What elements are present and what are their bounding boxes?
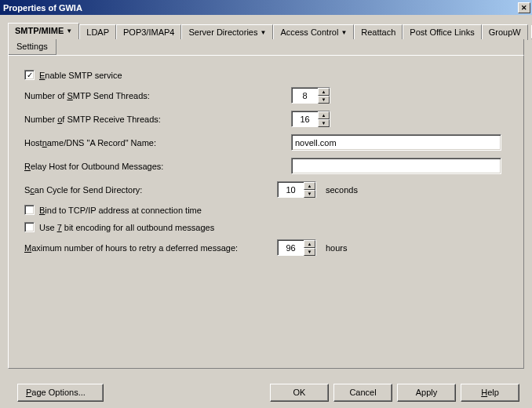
relay-host-input[interactable] xyxy=(291,158,501,174)
bind-tcpip-checkbox[interactable] xyxy=(24,205,35,215)
spin-up-icon[interactable]: ▲ xyxy=(318,111,330,119)
settings-panel: ✓ Enable SMTP service Number of SMTP Sen… xyxy=(8,55,524,369)
subtab-row: Settings xyxy=(8,39,524,55)
spin-down-icon[interactable]: ▼ xyxy=(318,96,330,104)
scan-cycle-spinner[interactable]: ▲▼ xyxy=(277,181,316,198)
enable-smtp-checkbox[interactable]: ✓ xyxy=(24,70,35,80)
seven-bit-label: Use 7 bit encoding for all outbound mess… xyxy=(39,223,214,232)
subtab-settings[interactable]: Settings xyxy=(9,39,56,55)
send-threads-spinner[interactable]: ▲▼ xyxy=(291,87,330,104)
titlebar: Properties of GWIA ✕ xyxy=(0,0,532,15)
apply-button[interactable]: Apply xyxy=(397,384,456,402)
hostname-label: Hostname/DNS "A Record" Name: xyxy=(24,138,291,148)
cancel-button[interactable]: Cancel xyxy=(333,384,392,402)
relay-host-label: Relay Host for Outbound Messages: xyxy=(24,162,291,171)
tab-label: SMTP/MIME xyxy=(15,26,64,35)
scan-cycle-input[interactable] xyxy=(277,181,304,198)
spin-up-icon[interactable]: ▲ xyxy=(318,88,330,96)
enable-smtp-label: Enable SMTP service xyxy=(39,71,122,80)
send-threads-label: Number of SMTP Send Threads: xyxy=(24,91,291,100)
tab-server-directories[interactable]: Server Directories ▼ xyxy=(181,24,273,40)
row-enable-smtp: ✓ Enable SMTP service xyxy=(24,70,508,80)
tab-groupwise[interactable]: GroupW xyxy=(482,24,528,40)
tab-strip: SMTP/MIME ▼ LDAP POP3/IMAP4 Server Direc… xyxy=(8,23,524,39)
hostname-input[interactable] xyxy=(291,134,501,151)
tab-label: LDAP xyxy=(86,27,109,37)
scan-cycle-label: Scan Cycle for Send Directory: xyxy=(24,185,277,195)
recv-threads-spinner[interactable]: ▲▼ xyxy=(291,111,330,127)
tab-label: Access Control xyxy=(280,27,338,37)
window-title: Properties of GWIA xyxy=(3,3,518,13)
spin-down-icon[interactable]: ▼ xyxy=(304,248,315,256)
tab-label: Server Directories xyxy=(188,27,257,37)
check-icon: ✓ xyxy=(27,71,33,79)
bind-tcpip-label: Bind to TCP/IP address at connection tim… xyxy=(39,206,202,215)
page-options-button[interactable]: Page Options... xyxy=(17,384,104,402)
spin-up-icon[interactable]: ▲ xyxy=(304,182,315,190)
tab-label: POP3/IMAP4 xyxy=(123,27,174,37)
max-retry-input[interactable] xyxy=(277,239,304,256)
close-button[interactable]: ✕ xyxy=(518,2,530,13)
recv-threads-label: Number of SMTP Receive Threads: xyxy=(24,115,291,124)
tab-post-office-links[interactable]: Post Office Links xyxy=(403,24,481,40)
chevron-down-icon: ▼ xyxy=(341,29,347,36)
recv-threads-input[interactable] xyxy=(291,111,318,127)
tab-label: GroupW xyxy=(489,27,521,37)
tab-access-control[interactable]: Access Control ▼ xyxy=(273,24,354,40)
seven-bit-checkbox[interactable] xyxy=(24,222,35,232)
spin-down-icon[interactable]: ▼ xyxy=(304,190,315,198)
help-button[interactable]: Help xyxy=(461,384,519,402)
button-bar: Page Options... OK Cancel Apply Help xyxy=(0,377,532,408)
scan-cycle-suffix: seconds xyxy=(326,185,358,195)
tab-reattach[interactable]: Reattach xyxy=(354,24,403,40)
tab-smtp-mime[interactable]: SMTP/MIME ▼ xyxy=(8,23,79,39)
max-retry-spinner[interactable]: ▲▼ xyxy=(277,239,316,256)
max-retry-label: Maximum number of hours to retry a defer… xyxy=(24,243,277,253)
subtab-label: Settings xyxy=(16,42,48,51)
tab-ldap[interactable]: LDAP xyxy=(79,24,116,40)
max-retry-suffix: hours xyxy=(326,243,348,253)
spin-down-icon[interactable]: ▼ xyxy=(318,119,330,127)
tab-pop3-imap4[interactable]: POP3/IMAP4 xyxy=(116,24,181,40)
send-threads-input[interactable] xyxy=(291,87,318,104)
tab-label: Post Office Links xyxy=(410,27,474,37)
chevron-down-icon: ▼ xyxy=(66,27,72,35)
ok-button[interactable]: OK xyxy=(270,384,329,402)
chevron-down-icon: ▼ xyxy=(260,29,266,36)
spin-up-icon[interactable]: ▲ xyxy=(304,240,315,248)
tab-label: Reattach xyxy=(361,27,395,37)
